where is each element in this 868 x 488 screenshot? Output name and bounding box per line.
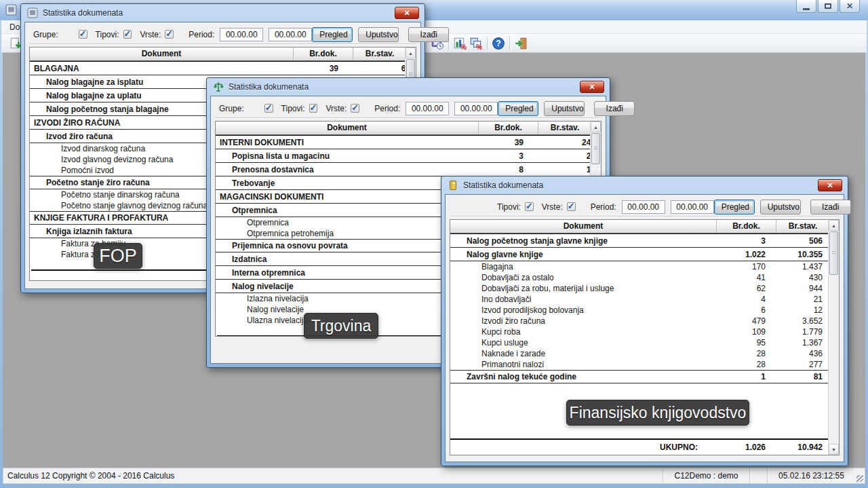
doc-cell: Naknade i zarade — [450, 349, 717, 358]
grupe-checkbox[interactable]: ✓ — [264, 104, 273, 113]
table-row[interactable]: Nalog početnog stanja glavne knjige3506 — [450, 234, 839, 248]
period-label: Period: — [374, 104, 400, 113]
table-row[interactable]: Dobavljači za ostalo41430 — [450, 272, 839, 283]
tipovi-checkbox[interactable]: ✓ — [309, 104, 318, 113]
table-row[interactable]: Naknade i zarade28436 — [450, 348, 839, 359]
scroll-up-button[interactable]: ▲ — [591, 121, 601, 132]
dokument-header[interactable]: Dokument — [216, 121, 479, 134]
izadi-button[interactable]: Izađi — [810, 200, 851, 214]
table-row[interactable]: Kupci roba1091.779 — [450, 326, 839, 337]
doc-cell: Izdatnica — [216, 255, 479, 264]
doc-cell: INTERNI DOKUMENTI — [216, 138, 479, 147]
period-label: Period: — [189, 30, 214, 39]
dokument-header[interactable]: Dokument — [30, 48, 294, 60]
doc-cell: Interna otpremnica — [216, 268, 479, 278]
tipovi-checkbox[interactable]: ✓ — [525, 202, 534, 211]
scroll-down-button[interactable]: ▼ — [829, 444, 839, 455]
dialog-titlebar[interactable]: Statistika dokumenata ✕ — [441, 176, 848, 194]
vrste-checkbox[interactable]: ✓ — [165, 30, 174, 39]
resize-grip[interactable] — [855, 468, 865, 483]
chart-percent-icon[interactable]: % — [452, 35, 468, 52]
vrste-checkbox[interactable]: ✓ — [351, 104, 359, 113]
tipovi-label: Tipovi: — [96, 30, 119, 39]
uputstvo-button[interactable]: Uputstvo — [544, 101, 585, 116]
pregled-button[interactable]: Pregled — [498, 101, 538, 116]
datetime-indicator: 05.02.16 23:12:55 — [767, 468, 855, 483]
vertical-scrollbar[interactable]: ▲ ▼ — [828, 220, 839, 455]
table-row[interactable]: INTERNI DOKUMENTI39247 — [216, 136, 601, 149]
brdok-header[interactable]: Br.dok. — [294, 48, 353, 60]
scroll-up-button[interactable]: ▲ — [829, 220, 839, 231]
period-to-input[interactable] — [671, 200, 714, 214]
period-label: Period: — [591, 202, 616, 212]
tipovi-checkbox[interactable]: ✓ — [123, 30, 132, 39]
grupe-checkbox[interactable]: ✓ — [79, 30, 87, 39]
brdok-cell: 3 — [717, 236, 776, 246]
close-button[interactable]: ✕ — [818, 179, 842, 191]
table-row[interactable]: Blagajna1701.437 — [450, 261, 839, 272]
table-row[interactable]: Ino dobavljači421 — [450, 294, 839, 305]
scroll-up-button[interactable]: ▲ — [406, 48, 416, 58]
close-button[interactable]: ✕ — [395, 7, 419, 19]
close-button[interactable]: ✕ — [580, 81, 604, 93]
table-row[interactable]: Završni nalog tekuće godine181 — [450, 370, 839, 383]
brdok-cell: 28 — [717, 360, 776, 369]
help-icon[interactable]: ? — [490, 35, 507, 52]
scales-icon — [213, 81, 224, 92]
doc-cell: BLAGAJNA — [30, 64, 294, 73]
pregled-button[interactable]: Pregled — [714, 200, 755, 214]
dialog-titlebar[interactable]: Statistika dokumenata ✕ — [21, 4, 425, 22]
uputstvo-button[interactable]: Uputstvo — [760, 200, 801, 214]
table-header: Dokument Br.dok. Br.stav. — [450, 220, 839, 233]
table-row[interactable]: Izvodi žiro računa4793.652 — [450, 316, 839, 326]
uputstvo-button[interactable]: Uputstvo — [358, 27, 399, 42]
doc-cell: Izvodi žiro računa — [450, 316, 717, 326]
minimize-button[interactable] — [796, 0, 816, 13]
windows-percent-icon[interactable]: % — [468, 35, 484, 52]
table-row[interactable]: Prenosna dostavnica810 — [216, 163, 601, 176]
svg-text:%: % — [476, 43, 482, 50]
period-from-input[interactable] — [622, 200, 665, 214]
tooltip-trgovina: Trgovina — [304, 313, 378, 339]
vrste-checkbox[interactable]: ✓ — [567, 202, 576, 211]
period-from-input[interactable] — [220, 28, 263, 41]
dokument-header[interactable]: Dokument — [450, 220, 717, 233]
doc-cell: Otpremnica — [216, 218, 479, 227]
izadi-button[interactable]: Izađi — [594, 101, 635, 116]
table-row[interactable]: Dobavljači za robu, materijal i usluge62… — [450, 283, 839, 294]
brdok-header[interactable]: Br.dok. — [479, 121, 538, 134]
vrste-label: Vrste: — [326, 104, 347, 113]
close-button-main[interactable]: ✕ — [840, 0, 860, 13]
doc-cell: Prenosna dostavnica — [216, 165, 479, 174]
table-row[interactable]: Primanotni nalozi28277 — [450, 359, 839, 370]
period-to-input[interactable] — [269, 28, 312, 41]
brdok-cell: 479 — [717, 316, 776, 326]
exit-icon[interactable] — [513, 35, 529, 52]
brdok-header[interactable]: Br.dok. — [717, 220, 776, 233]
maximize-button[interactable] — [818, 0, 838, 13]
scrollbar-thumb[interactable] — [591, 133, 600, 164]
doc-cell: Otpremnica petrohemija — [216, 229, 479, 238]
controls-row: Tipovi: ✓ Vrste: ✓ Period: Pregled Uputs… — [450, 198, 840, 217]
app-icon — [5, 4, 17, 16]
table-row[interactable]: Popisna lista u magacinu327 — [216, 149, 601, 163]
dialog-titlebar[interactable]: Statistika dokumenata ✕ — [207, 78, 610, 96]
thumb-grip-icon — [832, 251, 835, 255]
table-row[interactable]: Izvod porodiljskog bolovanja612 — [450, 305, 839, 316]
brdok-cell: 1 — [717, 372, 776, 381]
thumb-grip-icon — [409, 73, 412, 77]
ukupno-brdok: 1.026 — [717, 443, 776, 452]
doc-cell: Kupci roba — [450, 327, 717, 337]
dialog-title: Statistika dokumenata — [463, 181, 543, 190]
scrollbar-thumb[interactable] — [829, 231, 838, 275]
table-row[interactable]: Nalog glavne knjige1.02210.355 — [450, 248, 839, 261]
pregled-button[interactable]: Pregled — [312, 27, 353, 42]
doc-cell: Popisna lista u magacinu — [216, 151, 479, 161]
period-to-input[interactable] — [454, 102, 498, 115]
table-row[interactable]: BLAGAJNA3961 — [30, 62, 416, 75]
period-from-input[interactable] — [406, 102, 449, 115]
svg-text:?: ? — [496, 39, 500, 48]
izadi-button[interactable]: Izađi — [408, 27, 449, 42]
window-icon — [27, 7, 38, 18]
table-row[interactable]: Kupci usluge951.367 — [450, 337, 839, 348]
